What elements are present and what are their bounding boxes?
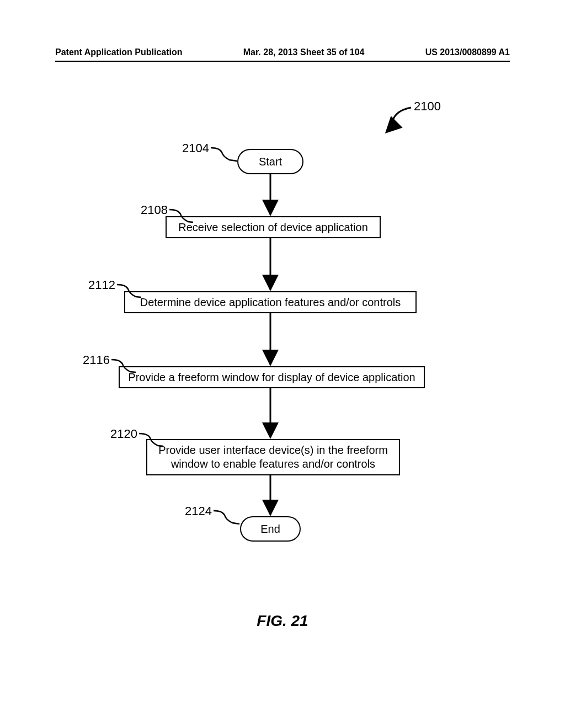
flow-end-text: End	[260, 523, 280, 536]
header-rule	[55, 61, 510, 62]
flow-step1-text: Receive selection of device application	[178, 221, 368, 234]
flow-step3-ref: 2116	[83, 353, 110, 367]
flow-step2-ref: 2112	[88, 278, 115, 292]
diagram-ref-label: 2100	[414, 99, 441, 114]
figure-caption: FIG. 21	[0, 612, 565, 630]
flow-start-ref: 2104	[182, 141, 209, 156]
flow-start-text: Start	[259, 156, 282, 168]
header-right: US 2013/0080899 A1	[425, 47, 510, 57]
flow-step4-text: Provide user interface device(s) in the …	[155, 443, 391, 471]
flow-end-node: End	[240, 516, 301, 542]
flow-start-node: Start	[237, 149, 303, 174]
header-center: Mar. 28, 2013 Sheet 35 of 104	[243, 47, 365, 57]
flow-step2-node: Determine device application features an…	[124, 291, 417, 313]
flow-end-ref: 2124	[185, 504, 212, 518]
flow-step3-node: Provide a freeform window for display of…	[119, 366, 425, 388]
flowchart-diagram: 2100 Start 2104 Receive selection of dev…	[0, 94, 565, 618]
flow-step3-text: Provide a freeform window for display of…	[128, 371, 415, 384]
flow-step4-ref: 2120	[110, 427, 137, 441]
page-header: Patent Application Publication Mar. 28, …	[55, 47, 510, 57]
flow-step1-node: Receive selection of device application	[166, 216, 381, 238]
header-left: Patent Application Publication	[55, 47, 183, 57]
flow-step2-text: Determine device application features an…	[140, 296, 401, 309]
flow-step1-ref: 2108	[141, 203, 168, 217]
flow-step4-node: Provide user interface device(s) in the …	[146, 439, 400, 475]
